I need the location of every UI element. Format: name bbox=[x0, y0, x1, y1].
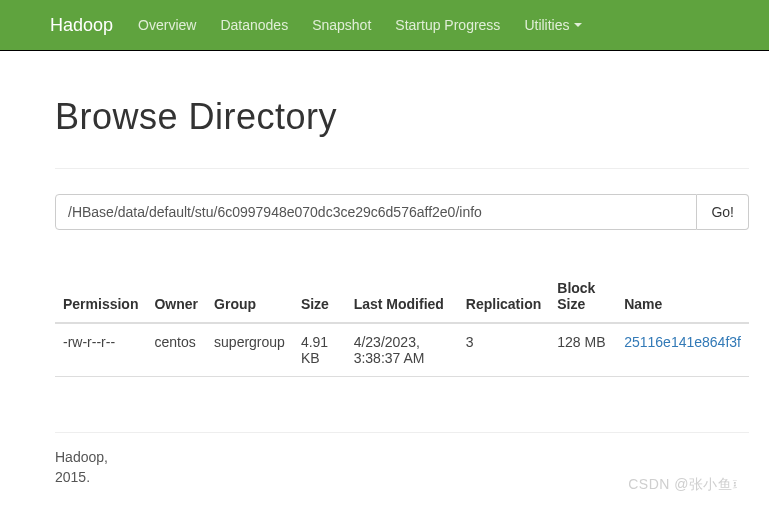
th-size: Size bbox=[293, 270, 346, 323]
th-block-size: Block Size bbox=[549, 270, 616, 323]
cell-block-size: 128 MB bbox=[549, 323, 616, 377]
table-row: -rw-r--r-- centos supergroup 4.91 KB 4/2… bbox=[55, 323, 749, 377]
cell-group: supergroup bbox=[206, 323, 293, 377]
th-replication: Replication bbox=[458, 270, 549, 323]
cell-last-modified: 4/23/2023, 3:38:37 AM bbox=[346, 323, 458, 377]
th-group: Group bbox=[206, 270, 293, 323]
watermark: CSDN @张小鱼፤ bbox=[628, 475, 739, 495]
nav-overview[interactable]: Overview bbox=[138, 17, 196, 33]
footer-line1: Hadoop, bbox=[55, 448, 749, 468]
nav-utilities-label: Utilities bbox=[524, 17, 569, 33]
cell-owner: centos bbox=[146, 323, 206, 377]
directory-table: Permission Owner Group Size Last Modifie… bbox=[55, 270, 749, 377]
footer: Hadoop, 2015. CSDN @张小鱼፤ bbox=[55, 432, 749, 502]
th-owner: Owner bbox=[146, 270, 206, 323]
th-permission: Permission bbox=[55, 270, 146, 323]
th-last-modified: Last Modified bbox=[346, 270, 458, 323]
page-title: Browse Directory bbox=[55, 96, 749, 138]
path-input-row: Go! bbox=[55, 168, 749, 230]
table-header-row: Permission Owner Group Size Last Modifie… bbox=[55, 270, 749, 323]
path-input[interactable] bbox=[55, 194, 697, 230]
nav-datanodes[interactable]: Datanodes bbox=[220, 17, 288, 33]
nav-utilities[interactable]: Utilities bbox=[524, 17, 581, 33]
cell-replication: 3 bbox=[458, 323, 549, 377]
th-name: Name bbox=[616, 270, 749, 323]
nav-startup-progress[interactable]: Startup Progress bbox=[395, 17, 500, 33]
navbar: Hadoop Overview Datanodes Snapshot Start… bbox=[0, 0, 769, 51]
cell-name: 25116e141e864f3f bbox=[616, 323, 749, 377]
nav-snapshot[interactable]: Snapshot bbox=[312, 17, 371, 33]
main-container: Browse Directory Go! Permission Owner Gr… bbox=[0, 96, 769, 502]
cell-size: 4.91 KB bbox=[293, 323, 346, 377]
brand-logo[interactable]: Hadoop bbox=[50, 15, 113, 36]
cell-permission: -rw-r--r-- bbox=[55, 323, 146, 377]
navbar-inner: Hadoop Overview Datanodes Snapshot Start… bbox=[0, 0, 769, 50]
caret-down-icon bbox=[574, 23, 582, 27]
file-link[interactable]: 25116e141e864f3f bbox=[624, 334, 741, 350]
go-button[interactable]: Go! bbox=[697, 194, 749, 230]
